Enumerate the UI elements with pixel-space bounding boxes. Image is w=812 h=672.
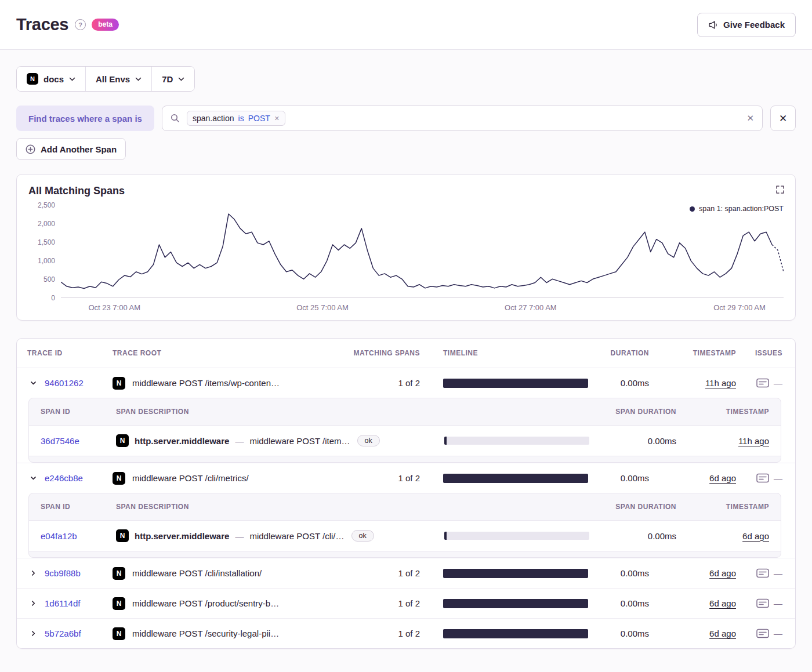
search-icon	[171, 114, 180, 123]
trace-id-link[interactable]: e246cb8e	[45, 473, 83, 483]
span-id-link[interactable]: e04fa12b	[41, 531, 77, 541]
traces-table: Trace ID Trace Root Matching Spans Timel…	[16, 338, 796, 649]
span-description-label: middleware POST /item…	[249, 436, 350, 446]
clear-search-icon[interactable]: ✕	[746, 113, 754, 123]
nextjs-project-icon: N	[116, 434, 129, 447]
page-title: Traces	[16, 15, 68, 34]
line-chart[interactable]: Oct 23 7:00 AMOct 25 7:00 AMOct 27 7:00 …	[61, 205, 784, 313]
issues-icon[interactable]	[756, 598, 769, 608]
expand-row-chevron-icon[interactable]	[26, 597, 40, 611]
expand-row-chevron-icon[interactable]	[26, 627, 40, 641]
filter-token[interactable]: span.action is POST ✕	[187, 111, 285, 126]
trace-id-link[interactable]: 9cb9f88b	[45, 568, 81, 578]
fullscreen-icon[interactable]	[775, 185, 785, 194]
issues-empty-dash: —	[774, 629, 782, 638]
timeline-bar[interactable]	[443, 379, 588, 388]
token-operator: is	[238, 114, 244, 123]
matching-spans-count: 1 of 2	[333, 568, 420, 578]
timestamp-link[interactable]: 6d ago	[709, 473, 736, 483]
page-header: Traces ? beta Give Feedback	[0, 0, 812, 50]
header-matching-spans: Matching Spans	[333, 349, 420, 357]
y-tick-label: 2,500	[38, 201, 55, 209]
find-traces-label: Find traces where a span is	[16, 106, 154, 131]
trace-row[interactable]: 5b72a6bf N middleware POST /security-leg…	[17, 618, 795, 648]
timeline-bar[interactable]	[443, 629, 588, 638]
remove-token-icon[interactable]: ✕	[274, 115, 280, 122]
timeline-bar[interactable]	[443, 474, 588, 483]
nextjs-project-icon: N	[113, 567, 125, 580]
collapse-row-chevron-icon[interactable]	[26, 376, 40, 390]
date-range-filter-button[interactable]: 7D	[151, 67, 194, 91]
help-icon[interactable]: ?	[75, 19, 86, 30]
beta-badge: beta	[92, 19, 119, 31]
matching-spans-count: 1 of 2	[333, 473, 420, 483]
span-timestamp-link[interactable]: 11h ago	[738, 436, 769, 446]
issues-icon[interactable]	[756, 568, 769, 578]
matching-spans-count: 1 of 2	[333, 629, 420, 638]
issues-icon[interactable]	[756, 378, 769, 388]
span-row[interactable]: 36d7546e N http.server.middleware — midd…	[29, 425, 781, 456]
header-span-timestamp: Timestamp	[676, 503, 781, 511]
duration-value: 0.00ms	[588, 629, 649, 638]
timeline-bar[interactable]	[443, 569, 588, 578]
issues-empty-dash: —	[774, 568, 782, 578]
header-span-id: Span ID	[29, 408, 116, 416]
timestamp-link[interactable]: 6d ago	[709, 629, 736, 638]
duration-value: 0.00ms	[588, 378, 649, 388]
header-span-duration: Span Duration	[589, 408, 676, 416]
environment-filter-button[interactable]: All Envs	[85, 67, 151, 91]
add-another-span-label: Add Another Span	[41, 144, 117, 154]
span-op-label: http.server.middleware	[135, 531, 229, 541]
separator-dash: —	[235, 531, 244, 541]
chart-title: All Matching Spans	[28, 185, 784, 197]
header-trace-root: Trace Root	[113, 349, 333, 357]
span-timeline-track	[444, 437, 589, 445]
page-filter-bar: N docs All Envs 7D	[16, 66, 195, 92]
chart-area: 2,5002,0001,5001,0005000 Oct 23 7:00 AMO…	[28, 205, 784, 313]
collapse-row-chevron-icon[interactable]	[26, 471, 40, 485]
timestamp-link[interactable]: 11h ago	[705, 378, 736, 388]
span-row[interactable]: e04fa12b N http.server.middleware — midd…	[29, 520, 781, 551]
trace-row[interactable]: 9cb9f88b N middleware POST /cli/installa…	[17, 558, 795, 588]
span-timeline-track	[444, 532, 589, 540]
y-tick-label: 2,000	[38, 220, 55, 228]
expand-row-chevron-icon[interactable]	[26, 566, 40, 580]
close-search-button[interactable]: ✕	[770, 106, 796, 131]
add-another-span-button[interactable]: Add Another Span	[16, 138, 126, 160]
y-tick-label: 500	[44, 275, 55, 284]
x-tick-label: Oct 23 7:00 AM	[88, 303, 140, 312]
table-header-row: Trace ID Trace Root Matching Spans Timel…	[17, 339, 795, 368]
timestamp-link[interactable]: 6d ago	[709, 568, 736, 578]
timestamp-link[interactable]: 6d ago	[709, 598, 736, 608]
span-timestamp-link[interactable]: 6d ago	[742, 531, 769, 541]
span-op-label: http.server.middleware	[135, 436, 229, 446]
matching-spans-count: 1 of 2	[333, 378, 420, 388]
spans-subtable: Span ID Span Description Span Duration T…	[28, 493, 781, 558]
issues-icon[interactable]	[756, 473, 769, 483]
trace-root-label: middleware POST /cli/installation/	[132, 568, 262, 578]
trace-row[interactable]: 1d6114df N middleware POST /product/sent…	[17, 588, 795, 618]
span-status-badge: ok	[351, 530, 374, 542]
trace-id-link[interactable]: 94601262	[45, 378, 84, 388]
span-description-label: middleware POST /cli/…	[249, 531, 344, 541]
project-filter-button[interactable]: N docs	[17, 67, 85, 91]
timeline-bar[interactable]	[443, 599, 588, 608]
span-search-input[interactable]: span.action is POST ✕ ✕	[162, 106, 763, 131]
give-feedback-label: Give Feedback	[723, 20, 785, 30]
trace-row[interactable]: 94601262 N middleware POST /items/wp-con…	[17, 368, 795, 398]
x-tick-label: Oct 27 7:00 AM	[505, 303, 557, 312]
span-duration-value: 0.00ms	[589, 531, 676, 541]
trace-id-link[interactable]: 1d6114df	[45, 598, 80, 608]
header-span-duration: Span Duration	[589, 503, 676, 511]
trace-id-link[interactable]: 5b72a6bf	[45, 629, 81, 638]
trace-row[interactable]: e246cb8e N middleware POST /cli/metrics/…	[17, 463, 795, 493]
issues-icon[interactable]	[756, 629, 769, 638]
environment-filter-label: All Envs	[96, 74, 130, 84]
chevron-down-icon	[69, 77, 75, 81]
spans-subtable: Span ID Span Description Span Duration T…	[28, 398, 781, 463]
y-tick-label: 1,500	[38, 238, 55, 246]
span-timeline-tick	[444, 532, 447, 540]
span-id-link[interactable]: 36d7546e	[41, 436, 79, 446]
header-span-id: Span ID	[29, 503, 116, 511]
give-feedback-button[interactable]: Give Feedback	[697, 13, 796, 37]
